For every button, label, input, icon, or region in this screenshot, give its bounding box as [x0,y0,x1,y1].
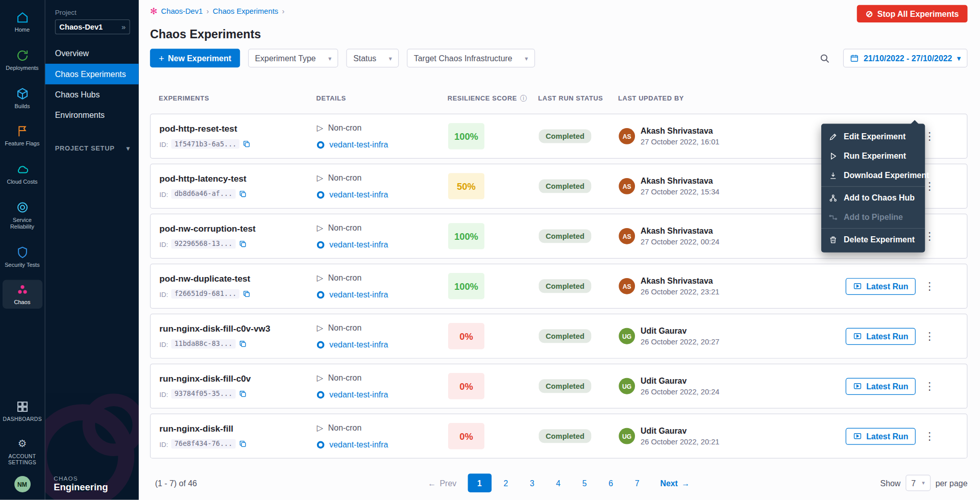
infrastructure-icon [317,341,325,348]
copy-icon[interactable] [238,340,247,348]
latest-run-button[interactable]: Latest Run [846,328,916,344]
table-row[interactable]: run-nginx-disk-fill-c0v ID: 93784f05-35.… [150,364,968,409]
sidebar-nav: Overview Chaos Experiments Chaos Hubs En… [45,43,139,126]
expand-sidebar-icon[interactable]: » [121,22,126,31]
infrastructure-link[interactable]: vedant-test-infra [329,390,388,399]
menu-item-add-to-pipeline[interactable]: Add to Pipeline [821,208,925,227]
page-button[interactable]: 4 [547,473,571,492]
copy-icon[interactable] [243,290,251,298]
nav-rail-label: ACCOUNT SETTINGS [3,453,42,465]
service-reliability-icon [15,200,30,215]
info-icon[interactable]: ⓘ [520,93,527,103]
menu-item-download-experiment[interactable]: Download Experiment [821,165,925,185]
nav-rail-item-security-tests[interactable]: Security Tests [2,242,42,271]
experiment-name[interactable]: pod-http-latency-test [159,173,317,184]
status-filter[interactable]: Status ▾ [347,49,399,68]
experiment-name[interactable]: pod-http-reset-test [159,123,317,134]
nav-rail-item-chaos[interactable]: Chaos [2,280,42,309]
page-size-select[interactable]: 7 ▾ [905,475,930,491]
latest-run-button[interactable]: Latest Run [846,378,916,394]
plus-icon: + [159,53,164,63]
copy-icon[interactable] [243,140,251,148]
page-button[interactable]: 5 [573,473,597,492]
user-avatar[interactable]: NM [14,476,31,492]
breadcrumb-link-experiments[interactable]: Chaos Experiments [213,7,278,15]
nav-rail-item-feature-flags[interactable]: Feature Flags [2,121,42,150]
copy-icon[interactable] [238,390,247,398]
project-label: Project [45,0,139,19]
avatar: UG [619,428,635,444]
kebab-menu-icon[interactable]: ⋮ [919,278,940,294]
new-experiment-button[interactable]: + New Experiment [150,49,240,68]
copy-icon[interactable] [238,240,247,248]
infrastructure-link[interactable]: vedant-test-infra [329,340,388,349]
nav-rail-item-dashboards[interactable]: DASHBOARDS [2,397,42,425]
infrastructure-icon [317,191,325,198]
menu-item-edit-experiment[interactable]: Edit Experiment [821,127,925,146]
project-setup-toggle[interactable]: PROJECT SETUP ▾ [45,144,139,152]
kebab-menu-icon[interactable]: ⋮ [919,328,940,344]
kebab-menu-icon[interactable]: ⋮ [919,378,940,394]
nav-rail-item-builds[interactable]: Builds [2,84,42,112]
search-icon[interactable] [816,49,835,68]
experiment-name[interactable]: run-nginx-disk-fill [159,423,317,434]
table-row[interactable]: run-nginx-disk-fill-c0v-vw3 ID: 11bda88c… [150,314,968,359]
copy-icon[interactable] [238,440,247,448]
main-content: ✻ Chaos-Dev1 › Chaos Experiments › ⊘ Sto… [139,0,980,500]
menu-item-delete-experiment[interactable]: Delete Experiment [821,230,925,249]
id-label: ID: [159,190,168,198]
table-row[interactable]: pod-nw-duplicate-test ID: f26651d9-681..… [150,264,968,309]
id-label: ID: [159,140,168,148]
run-report-icon [853,432,862,440]
nav-rail-item-service-reliability[interactable]: Service Reliability [2,197,42,233]
column-experiments: EXPERIMENTS [159,94,316,102]
latest-run-button[interactable]: Latest Run [846,428,916,444]
page-button[interactable]: 2 [494,473,518,492]
menu-item-add-to-chaos-hub[interactable]: Add to Chaos Hub [821,188,925,208]
infrastructure-link[interactable]: vedant-test-infra [329,290,388,299]
experiment-id: 1f5471b3-6a5... [172,139,240,148]
date-range-picker[interactable]: 21/10/2022 - 27/10/2022 ▾ [843,49,968,68]
latest-run-button[interactable]: Latest Run [846,278,916,294]
menu-item-run-experiment[interactable]: Run Experiment [821,146,925,166]
avatar: UG [619,378,635,394]
infrastructure-link[interactable]: vedant-test-infra [329,190,388,199]
breadcrumb-link-project[interactable]: Chaos-Dev1 [161,7,203,15]
sidebar-item-chaos-experiments[interactable]: Chaos Experiments [45,64,139,84]
nav-rail-item-account-settings[interactable]: ⚙ ACCOUNT SETTINGS [2,433,42,468]
kebab-menu-icon[interactable]: ⋮ [919,428,940,444]
page-button[interactable]: 7 [625,473,649,492]
page-button[interactable]: 1 [468,473,492,492]
infrastructure-link[interactable]: vedant-test-infra [329,440,388,449]
stop-icon: ⊘ [866,9,873,18]
next-page-button[interactable]: Next→ [660,478,690,487]
nav-rail-item-deployments[interactable]: Deployments [2,45,42,74]
experiment-type-filter[interactable]: Experiment Type ▾ [248,49,338,68]
status-badge: Completed [539,129,592,143]
infrastructure-link[interactable]: vedant-test-infra [329,240,388,249]
prev-page-button[interactable]: ←Prev [428,478,456,487]
sidebar-item-chaos-hubs[interactable]: Chaos Hubs [45,84,139,105]
nav-rail-item-home[interactable]: Home [2,8,42,36]
experiment-name[interactable]: run-nginx-disk-fill-c0v [159,373,317,384]
stop-all-experiments-button[interactable]: ⊘ Stop All Experiments [857,5,968,22]
experiment-name[interactable]: pod-nw-duplicate-test [159,273,317,284]
experiment-name[interactable]: run-nginx-disk-fill-c0v-vw3 [159,323,317,334]
pagination-bar: (1 - 7) of 46 ←Prev 1 2 3 4 5 6 7 Next→ … [150,470,968,496]
copy-icon[interactable] [238,190,247,198]
page-button[interactable]: 6 [599,473,623,492]
nav-rail-label: Deployments [6,65,38,71]
experiment-name[interactable]: pod-nw-corruption-test [159,223,317,234]
project-selector[interactable]: Chaos-Dev1 » [55,19,130,34]
sidebar-item-overview[interactable]: Overview [45,43,139,63]
experiment-id: 11bda88c-83... [172,339,236,348]
target-infrastructure-filter[interactable]: Target Chaos Infrastructure ▾ [407,49,534,68]
table-row[interactable]: run-nginx-disk-fill ID: 76e8f434-76... ▷… [150,414,968,459]
sidebar-item-environments[interactable]: Environments [45,105,139,126]
infrastructure-link[interactable]: vedant-test-infra [329,140,388,149]
user-name: Akash Shrivastava [641,226,719,235]
nav-rail-item-cloud-costs[interactable]: Cloud Costs [2,159,42,188]
user-name: Akash Shrivastava [641,176,719,185]
id-label: ID: [159,290,168,298]
page-button[interactable]: 3 [520,473,544,492]
